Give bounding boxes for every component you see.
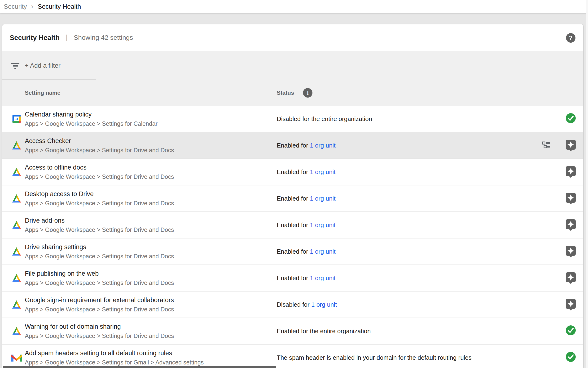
- status-text-plain: Enabled for: [277, 275, 310, 282]
- org-unit-link[interactable]: 1 org unit: [311, 301, 337, 308]
- status-text: Enabled for 1 org unit: [277, 221, 336, 229]
- org-unit-link[interactable]: 1 org unit: [310, 142, 335, 149]
- setting-texts: File publishing on the web Apps > Google…: [25, 270, 174, 286]
- org-unit-link[interactable]: 1 org unit: [310, 168, 335, 175]
- title-separator: |: [66, 34, 68, 41]
- filter-and-header-band: + Add a filter Setting name Status i: [2, 51, 583, 106]
- recommendation-icon[interactable]: [566, 299, 576, 311]
- status-text: Disabled for the entire organization: [277, 115, 372, 123]
- status-text-plain: The spam header is enabled in your domai…: [277, 354, 472, 361]
- filter-icon[interactable]: [11, 63, 20, 70]
- org-unit-link[interactable]: 1 org unit: [310, 221, 335, 229]
- org-units-icon: [542, 141, 551, 150]
- setting-texts: Desktop access to Drive Apps > Google Wo…: [25, 190, 174, 207]
- table-row[interactable]: Google sign-in requirement for external …: [2, 292, 583, 318]
- setting-name: Drive add-ons: [25, 217, 174, 224]
- org-unit-link[interactable]: 1 org unit: [310, 195, 335, 202]
- setting-path: Apps > Google Workspace > Settings for D…: [25, 200, 174, 207]
- help-icon[interactable]: ?: [566, 33, 575, 43]
- setting-path: Apps > Google Workspace > Settings for D…: [25, 226, 174, 233]
- drive-icon: [11, 220, 22, 230]
- org-unit-link[interactable]: 1 org unit: [310, 275, 335, 282]
- drive-icon: [11, 326, 22, 336]
- status-text: The spam header is enabled in your domai…: [277, 354, 472, 361]
- table-row[interactable]: Access Checker Apps > Google Workspace >…: [2, 132, 583, 159]
- recommendation-icon[interactable]: [566, 272, 576, 284]
- breadcrumb-parent-link[interactable]: Security: [4, 3, 27, 10]
- table-row[interactable]: Desktop access to Drive Apps > Google Wo…: [2, 185, 583, 212]
- status-text-plain: Enabled for: [277, 221, 310, 229]
- table-header-row: Setting name Status i: [2, 80, 583, 106]
- drive-icon: [11, 193, 22, 204]
- table-row[interactable]: Add spam headers setting to all default …: [2, 345, 583, 368]
- column-header-setting-name: Setting name: [25, 80, 61, 106]
- info-icon[interactable]: i: [303, 88, 312, 98]
- status-text: Enabled for 1 org unit: [277, 275, 336, 282]
- status-text: Enabled for 1 org unit: [277, 195, 336, 202]
- recommendation-icon[interactable]: [566, 193, 576, 204]
- setting-name: Access Checker: [25, 137, 174, 145]
- setting-texts: Google sign-in requirement for external …: [25, 296, 174, 313]
- check-circle-icon: [566, 325, 576, 337]
- check-circle-icon: [566, 352, 576, 364]
- settings-rows-container: 31 Calendar sharing policy Apps > Google…: [2, 106, 583, 368]
- setting-path: Apps > Google Workspace > Settings for D…: [25, 306, 174, 313]
- setting-name: Calendar sharing policy: [25, 111, 158, 118]
- recommendation-icon[interactable]: [566, 219, 576, 231]
- add-filter-button[interactable]: + Add a filter: [25, 51, 61, 80]
- status-text-plain: Enabled for: [277, 248, 310, 255]
- breadcrumb-current: Security Health: [38, 3, 81, 10]
- settings-count: Showing 42 settings: [74, 34, 133, 41]
- page-title: Security Health: [10, 34, 60, 42]
- setting-name: Google sign-in requirement for external …: [25, 296, 174, 304]
- card-header: Security Health | Showing 42 settings ?: [2, 24, 583, 51]
- status-text-plain: Disabled for: [277, 301, 311, 308]
- setting-texts: Drive sharing settings Apps > Google Wor…: [25, 243, 174, 260]
- calendar-icon: 31: [11, 114, 22, 124]
- status-text: Enabled for 1 org unit: [277, 248, 336, 255]
- status-text: Disabled for 1 org unit: [277, 301, 337, 308]
- recommendation-icon[interactable]: [566, 166, 576, 178]
- status-text: Enabled for 1 org unit: [277, 142, 336, 149]
- table-row[interactable]: Drive add-ons Apps > Google Workspace > …: [2, 212, 583, 239]
- drive-icon: [11, 140, 22, 151]
- status-text-plain: Enabled for: [277, 142, 310, 149]
- setting-path: Apps > Google Workspace > Settings for D…: [25, 253, 174, 260]
- filter-bar: + Add a filter: [2, 51, 583, 80]
- setting-name: Warning for out of domain sharing: [25, 323, 174, 330]
- table-row[interactable]: Warning for out of domain sharing Apps >…: [2, 318, 583, 345]
- table-row[interactable]: Drive sharing settings Apps > Google Wor…: [2, 239, 583, 265]
- status-text-plain: Enabled for: [277, 168, 310, 175]
- setting-path: Apps > Google Workspace > Settings for D…: [25, 173, 174, 180]
- column-header-status: Status: [277, 90, 294, 96]
- table-row[interactable]: 31 Calendar sharing policy Apps > Google…: [2, 106, 583, 132]
- table-row[interactable]: Access to offline docs Apps > Google Wor…: [2, 159, 583, 185]
- gmail-icon: [11, 352, 22, 363]
- setting-path: Apps > Google Workspace > Settings for D…: [25, 147, 174, 154]
- chevron-right-icon: ›: [31, 2, 34, 10]
- setting-texts: Access Checker Apps > Google Workspace >…: [25, 137, 174, 154]
- setting-name: Access to offline docs: [25, 164, 174, 171]
- status-text: Enabled for the entire organization: [277, 328, 371, 335]
- drive-icon: [11, 273, 22, 283]
- org-unit-link[interactable]: 1 org unit: [310, 248, 335, 255]
- setting-texts: Warning for out of domain sharing Apps >…: [25, 323, 174, 339]
- setting-texts: Calendar sharing policy Apps > Google Wo…: [25, 111, 158, 127]
- vertical-scrollbar[interactable]: [586, 0, 588, 368]
- recommendation-icon[interactable]: [566, 246, 576, 258]
- status-text-plain: Disabled for the entire organization: [277, 115, 372, 122]
- setting-name: Desktop access to Drive: [25, 190, 174, 198]
- setting-name: File publishing on the web: [25, 270, 174, 277]
- status-text: Enabled for 1 org unit: [277, 168, 336, 176]
- recommendation-icon[interactable]: [566, 139, 576, 151]
- horizontal-scrollbar-thumb[interactable]: [3, 366, 276, 368]
- drive-icon: [11, 246, 22, 257]
- security-health-card: Security Health | Showing 42 settings ? …: [2, 24, 583, 368]
- drive-icon: [11, 167, 22, 177]
- svg-text:31: 31: [15, 117, 18, 121]
- setting-name: Add spam headers setting to all default …: [25, 350, 204, 357]
- table-row[interactable]: File publishing on the web Apps > Google…: [2, 265, 583, 292]
- setting-texts: Drive add-ons Apps > Google Workspace > …: [25, 217, 174, 233]
- setting-texts: Access to offline docs Apps > Google Wor…: [25, 164, 174, 180]
- setting-texts: Add spam headers setting to all default …: [25, 350, 204, 366]
